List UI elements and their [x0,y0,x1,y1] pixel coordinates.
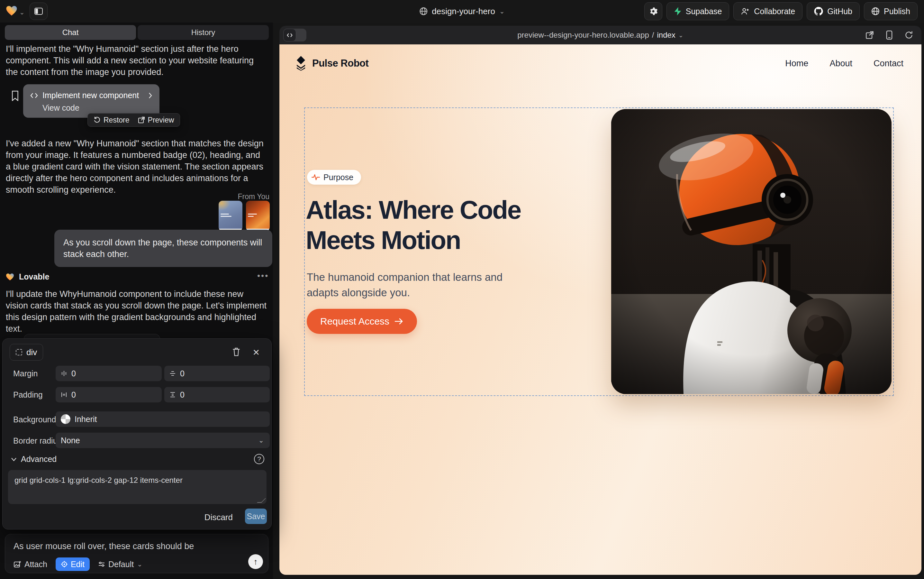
code-preview-toggle[interactable] [283,29,306,41]
globe-icon [419,7,428,15]
nav-about[interactable]: About [829,59,852,69]
hero-subtitle: The humanoid companion that learns and a… [307,270,532,301]
settings-button[interactable] [644,2,662,20]
supabase-button[interactable]: Supabase [666,2,730,20]
attachment-thumbnail-blue[interactable] [219,201,242,231]
sidebar-toggle-button[interactable] [29,3,47,20]
trash-icon [232,347,240,357]
chevron-down-icon [11,457,17,461]
open-in-new-tab-icon[interactable] [865,31,874,39]
tab-history[interactable]: History [137,25,269,40]
padding-y-icon [170,391,176,398]
nav-contact[interactable]: Contact [873,59,903,69]
code-icon [30,92,38,99]
supabase-icon [674,7,682,15]
github-icon [814,7,823,16]
pulse-robot-logo-icon [294,56,307,71]
chevron-right-icon [148,92,152,99]
code-icon [287,33,292,38]
restore-icon [93,116,101,124]
lovable-heart-icon [6,273,14,281]
assistant-header: Lovable [6,272,49,281]
help-icon[interactable]: ? [254,454,264,464]
project-menu[interactable]: design-your-hero ⌄ [419,0,504,23]
color-swatch-icon [61,414,70,424]
assistant-message: I'll update the WhyHumanoid component to… [6,288,267,335]
site-header: Pulse Robot Home About Contact [279,44,921,83]
send-button[interactable]: ↑ [248,554,263,569]
lovable-logo-icon[interactable] [6,5,17,16]
margin-y-icon [170,370,176,377]
top-bar: ⌄ design-your-hero ⌄ Supabase [0,0,924,23]
mobile-view-icon[interactable] [886,31,893,39]
chat-tabs: Chat History [5,25,269,40]
refresh-icon[interactable] [905,31,913,39]
request-access-button[interactable]: Request Access [307,309,417,334]
border-radius-select[interactable]: None ⌄ [56,433,270,448]
assistant-name: Lovable [19,272,49,281]
external-link-icon [138,116,145,124]
purpose-badge: Purpose [307,170,361,185]
element-inspector-panel: div ✕ Margin 0 0 Padding 0 [2,339,272,530]
more-options-icon[interactable]: ••• [257,271,269,281]
component-card[interactable]: Implement new component View code [23,84,160,118]
selected-element-chip[interactable]: div [10,344,43,361]
target-icon [61,561,68,568]
assistant-message: I'll implement the "Why Humanoid" sectio… [6,43,267,78]
site-brand-name: Pulse Robot [312,57,369,69]
attachment-thumbnail-orange[interactable] [246,201,270,231]
preview-url-bar[interactable]: preview--design-your-hero.lovable.app / … [517,26,684,44]
chat-composer[interactable]: As user mouse roll over, these cards sho… [5,534,268,573]
advanced-toggle[interactable]: Advanced [11,455,57,464]
github-button[interactable]: GitHub [806,2,860,20]
publish-globe-icon [871,7,880,15]
attach-image-icon [13,560,21,568]
preview-page: index [657,31,675,39]
margin-label: Margin [13,369,38,378]
logo-chevron-down-icon[interactable]: ⌄ [19,8,25,16]
hero-heading: Atlas: Where Code Meets Motion [306,195,521,255]
preview-panel: preview--design-your-hero.lovable.app / … [279,26,921,575]
collaborate-button[interactable]: Collaborate [733,2,803,20]
nav-home[interactable]: Home [785,59,808,69]
background-label: Background [13,415,56,424]
margin-x-input[interactable]: 0 [56,366,162,381]
close-inspector-button[interactable]: ✕ [252,347,260,358]
site-brand[interactable]: Pulse Robot [294,56,369,71]
view-code-link[interactable]: View code [42,103,152,113]
project-name: design-your-hero [432,7,495,16]
publish-button[interactable]: Publish [864,2,917,20]
gear-icon [649,7,658,16]
from-you-label: From You [238,192,269,201]
purpose-badge-label: Purpose [323,173,353,182]
component-card-title: Implement new component [42,91,144,100]
pulse-icon [312,174,320,181]
border-radius-label: Border radius [13,436,61,445]
padding-x-input[interactable]: 0 [56,387,162,402]
sliders-icon [98,561,105,568]
edit-mode-button[interactable]: Edit [56,558,90,571]
restore-button[interactable]: Restore [93,116,129,124]
site-nav: Home About Contact [785,59,903,69]
tab-chat[interactable]: Chat [5,25,136,40]
margin-x-icon [61,370,67,377]
discard-button[interactable]: Discard [204,512,233,522]
code-toggle-thumb [283,29,296,41]
attach-button[interactable]: Attach [13,560,47,569]
preview-button[interactable]: Preview [138,116,174,124]
element-tag: div [26,347,37,357]
selection-box-icon [16,349,22,355]
padding-y-input[interactable]: 0 [164,387,270,402]
background-input[interactable]: Inherit [56,411,270,427]
mode-select[interactable]: Default ⌄ [98,560,142,569]
delete-element-button[interactable] [232,347,240,357]
assistant-message: I've added a new "Why Humanoid" section … [6,138,267,196]
chat-panel: Chat History I'll implement the "Why Hum… [0,23,273,579]
margin-y-input[interactable]: 0 [164,366,270,381]
robot-hero-image [611,109,891,394]
save-button[interactable]: Save [245,509,267,524]
composer-input[interactable]: As user mouse roll over, these cards sho… [13,541,194,551]
classes-textarea[interactable]: grid grid-cols-1 lg:grid-cols-2 gap-12 i… [8,470,266,504]
user-message-bubble: As you scroll down the page, these compo… [54,230,272,267]
bookmark-icon[interactable] [11,91,19,101]
